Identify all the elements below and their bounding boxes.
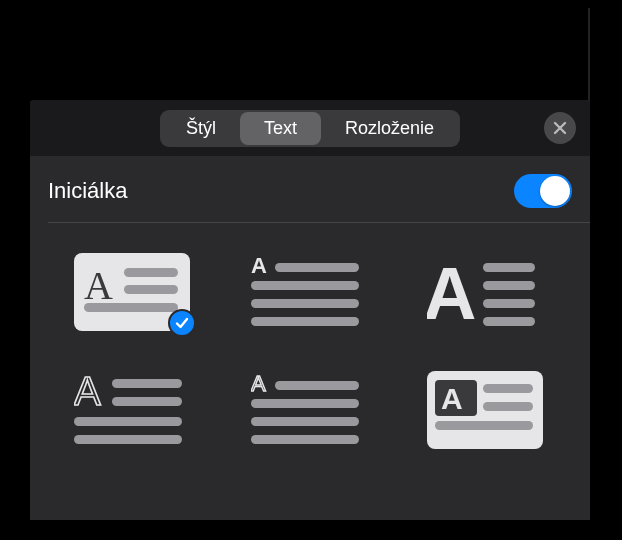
svg-text:A: A bbox=[441, 382, 463, 415]
svg-rect-7 bbox=[251, 281, 359, 290]
format-panel: Štýl Text Rozloženie Iniciálka A bbox=[30, 100, 590, 520]
panel-header: Štýl Text Rozloženie bbox=[30, 100, 590, 156]
svg-rect-22 bbox=[251, 399, 359, 408]
svg-rect-4 bbox=[84, 303, 178, 312]
svg-rect-9 bbox=[251, 317, 359, 326]
dropcap-style-2[interactable]: A bbox=[251, 253, 367, 331]
tab-text[interactable]: Text bbox=[240, 112, 321, 145]
svg-rect-18 bbox=[74, 417, 182, 426]
svg-rect-30 bbox=[435, 421, 533, 430]
svg-text:A: A bbox=[251, 253, 267, 278]
svg-rect-23 bbox=[251, 417, 359, 426]
svg-rect-19 bbox=[74, 435, 182, 444]
svg-rect-21 bbox=[275, 381, 359, 390]
dropcap-style-3[interactable]: A bbox=[427, 253, 543, 331]
svg-rect-24 bbox=[251, 435, 359, 444]
segmented-control: Štýl Text Rozloženie bbox=[160, 110, 460, 147]
dropcap-style-5[interactable]: A bbox=[251, 371, 367, 449]
svg-rect-12 bbox=[483, 281, 535, 290]
dropcap-style-6[interactable]: A bbox=[427, 371, 543, 449]
svg-text:A: A bbox=[74, 371, 101, 413]
checkmark-badge bbox=[168, 309, 196, 337]
svg-rect-6 bbox=[275, 263, 359, 272]
svg-rect-29 bbox=[483, 402, 533, 411]
dropcap-style-1[interactable]: A bbox=[74, 253, 190, 331]
svg-rect-3 bbox=[124, 285, 178, 294]
svg-rect-28 bbox=[483, 384, 533, 393]
style-grid: A A A bbox=[30, 223, 590, 449]
close-button[interactable] bbox=[544, 112, 576, 144]
svg-rect-11 bbox=[483, 263, 535, 272]
dropcap-label: Iniciálka bbox=[48, 178, 127, 204]
dropcap-style-4[interactable]: A bbox=[74, 371, 190, 449]
svg-rect-16 bbox=[112, 379, 182, 388]
svg-text:A: A bbox=[251, 371, 266, 396]
close-icon bbox=[553, 121, 567, 135]
svg-rect-13 bbox=[483, 299, 535, 308]
dropcap-row: Iniciálka bbox=[30, 156, 590, 222]
tab-layout[interactable]: Rozloženie bbox=[321, 112, 458, 145]
svg-rect-2 bbox=[124, 268, 178, 277]
tab-style[interactable]: Štýl bbox=[162, 112, 240, 145]
svg-rect-14 bbox=[483, 317, 535, 326]
svg-text:A: A bbox=[427, 253, 476, 331]
check-icon bbox=[175, 316, 189, 330]
svg-text:A: A bbox=[84, 263, 113, 308]
dropcap-toggle[interactable] bbox=[514, 174, 572, 208]
svg-rect-8 bbox=[251, 299, 359, 308]
svg-rect-17 bbox=[112, 397, 182, 406]
